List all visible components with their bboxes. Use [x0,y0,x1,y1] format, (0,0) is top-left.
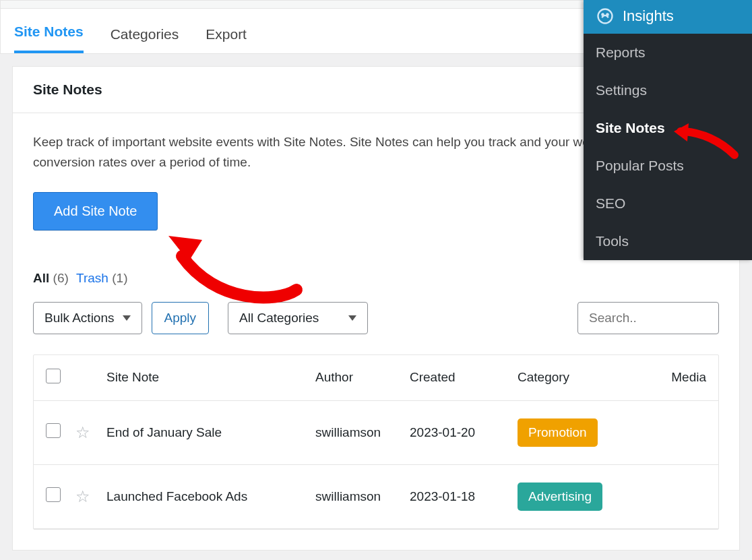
column-category[interactable]: Category [518,370,659,385]
svg-point-1 [602,14,603,15]
column-site-note[interactable]: Site Note [106,370,315,385]
filter-trash[interactable]: Trash [76,271,108,285]
table-row: ☆Launched Facebook Adsswilliamson2023-01… [34,465,718,529]
filter-all[interactable]: All [33,271,49,285]
site-notes-table: Site Note Author Created Category Media … [33,354,719,530]
row-author: swilliamson [315,425,410,440]
apply-button[interactable]: Apply [152,302,210,334]
table-row: ☆End of January Saleswilliamson2023-01-2… [34,401,718,465]
row-author: swilliamson [315,489,410,504]
column-created[interactable]: Created [410,370,518,385]
select-all-checkbox[interactable] [46,369,61,383]
sidebar-header-label: Insights [623,7,674,25]
bulk-actions-label: Bulk Actions [44,311,115,325]
row-checkbox[interactable] [46,487,61,502]
status-filter-row: All (6) Trash (1) [33,271,719,286]
sidebar-item-site-notes[interactable]: Site Notes [584,109,752,147]
plugin-sidebar: Insights ReportsSettingsSite NotesPopula… [584,0,752,260]
filter-all-count: (6) [53,271,69,285]
column-media[interactable]: Media [659,370,706,385]
category-filter-label: All Categories [239,311,319,325]
filter-trash-count: (1) [112,271,127,285]
row-note-title[interactable]: Launched Facebook Ads [106,489,315,504]
tab-export[interactable]: Export [206,14,247,53]
tab-categories[interactable]: Categories [111,14,179,53]
star-icon[interactable]: ☆ [75,487,90,505]
category-badge[interactable]: Advertising [518,483,602,511]
star-icon[interactable]: ☆ [75,423,90,441]
row-checkbox[interactable] [46,423,61,438]
table-header: Site Note Author Created Category Media [34,355,718,401]
sidebar-item-settings[interactable]: Settings [584,71,752,109]
insights-logo-icon [596,7,615,26]
chevron-down-icon [123,315,131,321]
sidebar-item-reports[interactable]: Reports [584,34,752,71]
chevron-down-icon [348,315,356,321]
sidebar-item-seo[interactable]: SEO [584,185,752,222]
sidebar-item-popular-posts[interactable]: Popular Posts [584,147,752,185]
category-filter-select[interactable]: All Categories [228,302,368,334]
tab-site-notes[interactable]: Site Notes [14,11,84,53]
row-created: 2023-01-20 [410,425,518,440]
sidebar-item-tools[interactable]: Tools [584,222,752,260]
row-created: 2023-01-18 [410,489,518,504]
bulk-actions-select[interactable]: Bulk Actions [33,302,142,334]
column-author[interactable]: Author [315,370,410,385]
add-site-note-button[interactable]: Add Site Note [33,192,158,230]
sidebar-header[interactable]: Insights [584,0,752,34]
search-wrap [577,302,719,334]
category-badge[interactable]: Promotion [518,418,598,447]
svg-point-2 [606,14,608,15]
row-note-title[interactable]: End of January Sale [106,425,315,440]
search-input[interactable] [577,302,719,334]
